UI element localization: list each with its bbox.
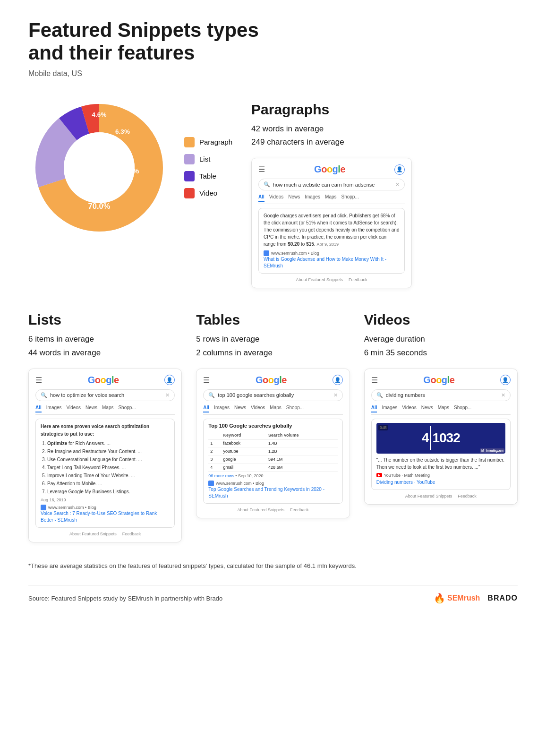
table-row: 4 gmail 428.6M	[208, 463, 337, 471]
donut-chart: 70.0% 19.1% 6.3% 4.6%	[28, 97, 170, 239]
bottom-section: Lists 6 items in average 44 words in ave…	[28, 312, 518, 542]
tab-news-table[interactable]: News	[234, 405, 246, 412]
list-item: Optimize for Rich Answers. ...	[47, 440, 170, 447]
tab-shop-list[interactable]: Shopp...	[118, 405, 136, 412]
tab-videos-table[interactable]: Videos	[251, 405, 265, 412]
clear-icon: ✕	[395, 181, 400, 188]
tab-shop-video[interactable]: Shopp...	[454, 405, 471, 412]
legend-label-video: Video	[199, 189, 217, 197]
paragraphs-stat1: 42 words in average	[251, 122, 518, 136]
list-title: Here are some proven voice search optimi…	[41, 423, 170, 438]
hamburger-icon-table: ☰	[203, 376, 210, 385]
brand-logos: 🔥 SEMrush BRADO	[434, 593, 518, 604]
snippet-link-video[interactable]: Dividing numbers · YouTube	[376, 479, 505, 486]
tab-maps-table[interactable]: Maps	[270, 405, 281, 412]
footer-about-video: About Featured Snippets	[405, 494, 452, 498]
lists-stats: 6 items in average 44 words in average	[28, 333, 182, 360]
tab-maps[interactable]: Maps	[325, 194, 336, 202]
tab-shopping[interactable]: Shopp...	[341, 194, 359, 202]
tab-all-table[interactable]: All	[203, 405, 209, 412]
tab-all[interactable]: All	[258, 194, 264, 202]
source-text: www.semrush.com • Blog	[271, 251, 319, 256]
video-duration: 0:45	[378, 425, 388, 430]
table-date: • Sep 10, 2020	[235, 473, 263, 478]
tables-mockup: ☰ Google 👤 🔍 top 100 google searches glo…	[196, 369, 350, 518]
source-favicon-list	[41, 505, 46, 510]
video-snippet-text: "... The number on the outside is bigger…	[376, 456, 505, 471]
footer-feedback-video: Feedback	[458, 494, 477, 498]
snippet-link-table[interactable]: Top Google Searches and Trending Keyword…	[208, 486, 337, 499]
paragraphs-stats: 42 words in average 249 characters in av…	[251, 122, 518, 150]
videos-stat1: Average duration	[364, 333, 518, 346]
cell-volume: 428.6M	[266, 463, 338, 471]
data-table: Keyword Search Volume 1 facebook 1.4B 2 …	[208, 431, 337, 472]
snippet-text-paragraph: Google charges advertisers per ad click.…	[264, 212, 400, 248]
search-icon-table: 🔍	[208, 392, 215, 398]
tables-title: Tables	[196, 312, 350, 328]
list-items: Optimize for Rich Answers. ... Re-Imagin…	[41, 440, 170, 496]
videos-panel: Videos Average duration 6 min 35 seconds…	[364, 312, 518, 542]
user-icon-video: 👤	[500, 375, 511, 385]
legend-item-video: Video	[184, 188, 232, 198]
source-favicon	[264, 250, 269, 256]
legend-color-paragraph	[184, 137, 195, 147]
tab-videos-list[interactable]: Videos	[67, 405, 81, 412]
table-row: 2 youtube 1.2B	[208, 447, 337, 455]
user-icon-table: 👤	[333, 375, 343, 385]
tab-videos[interactable]: Videos	[269, 194, 283, 202]
chart-legend: Paragraph List Table Video	[184, 137, 232, 198]
tab-maps-list[interactable]: Maps	[102, 405, 113, 412]
tables-stats: 5 rows in average 2 columns in average	[196, 333, 350, 360]
tab-news-list[interactable]: News	[85, 405, 97, 412]
tab-images-table[interactable]: Images	[214, 405, 230, 412]
footer-feedback-list: Feedback	[122, 532, 141, 536]
tab-images-list[interactable]: Images	[46, 405, 62, 412]
cell-num: 3	[208, 455, 221, 463]
user-icon-list: 👤	[164, 375, 175, 385]
tab-news[interactable]: News	[288, 194, 300, 202]
lists-panel: Lists 6 items in average 44 words in ave…	[28, 312, 182, 542]
snippet-link-paragraph[interactable]: What is Google Adsense and How to Make M…	[264, 256, 400, 269]
table-row: 3 google 594.1M	[208, 455, 337, 463]
tab-news-video[interactable]: News	[421, 405, 433, 412]
svg-text:70.0%: 70.0%	[88, 202, 111, 210]
paragraphs-stat2: 249 characters in average	[251, 136, 518, 149]
cell-keyword: google	[221, 455, 266, 463]
hamburger-icon: ☰	[258, 165, 265, 174]
google-logo-list: Google	[88, 375, 119, 386]
tab-all-list[interactable]: All	[35, 405, 42, 412]
semrush-text: SEMrush	[447, 594, 480, 602]
tab-shop-table[interactable]: Shopp...	[286, 405, 304, 412]
list-date: Aug 16, 2019	[41, 498, 170, 502]
semrush-flame-icon: 🔥	[434, 593, 445, 604]
semrush-logo: 🔥 SEMrush	[434, 593, 480, 604]
cell-keyword: facebook	[221, 439, 266, 447]
list-item: Use Conversational Language for Content.…	[47, 456, 170, 464]
tab-maps-video[interactable]: Maps	[438, 405, 449, 412]
cell-volume: 1.2B	[266, 447, 338, 455]
legend-label-list: List	[199, 155, 210, 163]
search-query-video: dividing numbers	[386, 392, 498, 398]
page-subtitle: Mobile data, US	[28, 69, 518, 78]
tab-videos-video[interactable]: Videos	[402, 405, 416, 412]
tab-images-video[interactable]: Images	[382, 405, 397, 412]
cell-num: 2	[208, 447, 221, 455]
video-bar	[430, 426, 431, 450]
top-section: 70.0% 19.1% 6.3% 4.6% Paragraph List Tab	[28, 97, 518, 288]
footnote-text: *These are average statistics on the fea…	[28, 561, 359, 571]
snippet-link-list[interactable]: Voice Search : 7 Ready-to-Use SEO Strate…	[41, 510, 170, 524]
hamburger-icon-list: ☰	[35, 376, 42, 385]
legend-item-list: List	[184, 154, 232, 164]
brado-text: BRADO	[487, 594, 518, 602]
tab-all-video[interactable]: All	[371, 405, 377, 412]
google-logo: Google	[314, 164, 345, 175]
list-item: Pay Attention to Mobile. ...	[47, 480, 170, 488]
videos-stats: Average duration 6 min 35 seconds	[364, 333, 518, 360]
svg-text:4.6%: 4.6%	[92, 111, 107, 118]
videos-title: Videos	[364, 312, 518, 328]
cell-num: 1	[208, 439, 221, 447]
tab-images[interactable]: Images	[305, 194, 320, 202]
more-rows[interactable]: 96 more rows • Sep 10, 2020	[208, 473, 337, 478]
cell-volume: 1.4B	[266, 439, 338, 447]
legend-label-table: Table	[199, 172, 216, 180]
